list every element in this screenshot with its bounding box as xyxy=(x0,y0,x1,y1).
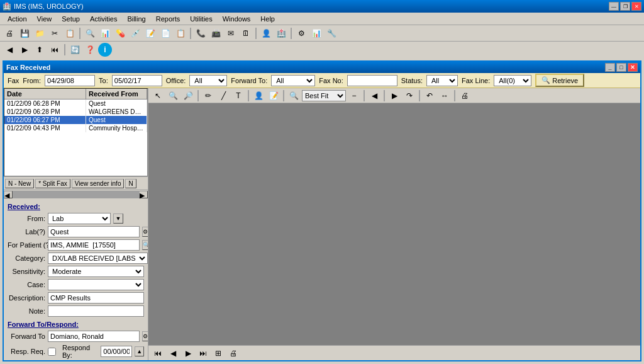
tb-btn-8[interactable]: 💊 xyxy=(113,26,127,40)
viewer-zoom-in[interactable]: 🔍 xyxy=(166,89,180,103)
tb-btn-18[interactable]: 🏥 xyxy=(274,26,288,40)
fax-row[interactable]: 01/22/09 04:43 PM Community Hospital [ 1… xyxy=(4,124,147,132)
viewer-page-prev[interactable]: ◀ xyxy=(166,346,180,360)
lab-input[interactable] xyxy=(48,226,140,237)
tb-btn-20[interactable]: 📊 xyxy=(309,26,323,40)
view-sender-button[interactable]: View sender info xyxy=(72,179,125,188)
forward-to-input[interactable] xyxy=(48,331,140,342)
tb-home[interactable]: ⏮ xyxy=(48,43,62,57)
close-button[interactable]: ✕ xyxy=(631,2,641,11)
fax-row[interactable]: 01/22/09 06:28 PM WALGREENS DRUG S1 0902… xyxy=(4,108,147,116)
menu-activities[interactable]: Activities xyxy=(85,14,122,24)
respond-by-input[interactable] xyxy=(101,346,132,357)
tb-btn-1[interactable]: 🖨 xyxy=(3,26,16,40)
tb-btn-17[interactable]: 👤 xyxy=(259,26,273,40)
zoom-select[interactable]: Best Fit 100% 75% 50% xyxy=(302,90,346,101)
viewer-page-first[interactable]: ⏮ xyxy=(151,346,165,360)
fax-row-selected[interactable]: 01/22/09 06:27 PM Quest xyxy=(4,116,147,124)
tb-btn-13[interactable]: 📞 xyxy=(194,26,208,40)
fax-restore-btn[interactable]: □ xyxy=(616,63,626,72)
viewer-page-last[interactable]: ⏭ xyxy=(196,346,210,360)
viewer-print2[interactable]: 🖨 xyxy=(226,346,240,360)
note-input[interactable] xyxy=(48,305,144,317)
minimize-button[interactable]: — xyxy=(609,2,619,11)
from-select[interactable]: Lab xyxy=(48,213,111,224)
menu-windows[interactable]: Windows xyxy=(218,14,256,24)
menu-setup[interactable]: Setup xyxy=(57,14,85,24)
viewer-grid[interactable]: ⊞ xyxy=(211,346,225,360)
viewer-zoom-out[interactable]: 🔎 xyxy=(181,89,195,103)
tb-help[interactable]: ❓ xyxy=(83,43,97,57)
tb-btn-3[interactable]: 📁 xyxy=(33,26,47,40)
tb-btn-11[interactable]: 📄 xyxy=(158,26,172,40)
viewer-print[interactable]: 🖨 xyxy=(458,89,472,103)
retrieve-button[interactable]: 🔍 Retrieve xyxy=(535,74,584,87)
from-btn[interactable]: ▼ xyxy=(113,213,123,224)
tb-btn-12[interactable]: 📋 xyxy=(174,26,187,40)
tb-btn-9[interactable]: 💉 xyxy=(128,26,142,40)
viewer-line[interactable]: ╱ xyxy=(216,89,230,103)
tb-up[interactable]: ⬆ xyxy=(33,43,47,57)
tb-back[interactable]: ◀ xyxy=(3,43,16,57)
patient-input[interactable] xyxy=(48,239,140,251)
n-button[interactable]: N xyxy=(125,179,136,188)
forward-to-btn[interactable]: ⚙ xyxy=(142,331,148,341)
resp-req-checkbox[interactable] xyxy=(48,348,56,356)
fax-row[interactable]: 01/22/09 06:28 PM Quest xyxy=(4,100,147,108)
menu-utilities[interactable]: Utilities xyxy=(185,14,217,24)
tb-btn-15[interactable]: ✉ xyxy=(224,26,238,40)
tb-btn-4[interactable]: ✂ xyxy=(48,26,62,40)
from-date-input[interactable] xyxy=(45,75,95,86)
viewer-zoom-glass[interactable]: 🔍 xyxy=(287,89,301,103)
split-fax-button[interactable]: * Split Fax xyxy=(35,179,70,188)
viewer-next[interactable]: ▶ xyxy=(387,89,401,103)
viewer-page-next[interactable]: ▶ xyxy=(181,346,195,360)
viewer-pointer[interactable]: ↖ xyxy=(151,89,165,103)
tb-forward[interactable]: ▶ xyxy=(18,43,31,57)
menu-help[interactable]: Help xyxy=(255,14,280,24)
lab-btn[interactable]: ⚙ xyxy=(142,227,148,237)
horizontal-scroll[interactable]: ◀ ▶ xyxy=(4,190,148,199)
sensitivity-select[interactable]: Moderate xyxy=(48,266,144,277)
fax-minimize-btn[interactable]: _ xyxy=(605,63,615,72)
tb-btn-16[interactable]: 🗓 xyxy=(239,26,253,40)
tb-btn-5[interactable]: 📋 xyxy=(63,26,77,40)
viewer-pencil[interactable]: ✏ xyxy=(201,89,215,103)
category-select[interactable]: DX/LAB RECEIVED [LABS xyxy=(48,253,148,264)
fax-no-input[interactable] xyxy=(347,75,397,86)
tb-btn-21[interactable]: 🔧 xyxy=(325,26,338,40)
forward-to-select[interactable]: All xyxy=(271,75,315,86)
description-input[interactable] xyxy=(48,292,144,304)
tb-info[interactable]: i xyxy=(98,43,112,57)
fax-close-btn[interactable]: ✕ xyxy=(628,63,638,72)
scroll-track[interactable] xyxy=(13,191,139,198)
patient-search-btn[interactable]: 🔍 xyxy=(142,240,148,250)
viewer-person[interactable]: 👤 xyxy=(252,89,265,103)
viewer-note[interactable]: 📝 xyxy=(267,89,280,103)
fax-list[interactable]: Date Received From 01/22/09 06:28 PM Que… xyxy=(4,88,148,176)
tb-btn-2[interactable]: 💾 xyxy=(18,26,31,40)
to-date-input[interactable] xyxy=(112,75,162,86)
fax-line-select[interactable]: All(0) xyxy=(494,75,531,86)
viewer-rotate-ccw[interactable]: ↶ xyxy=(423,89,436,103)
menu-reports[interactable]: Reports xyxy=(151,14,186,24)
case-select[interactable] xyxy=(48,279,144,290)
tb-btn-10[interactable]: 📝 xyxy=(143,26,157,40)
viewer-rotate-cw[interactable]: ↷ xyxy=(402,89,416,103)
respond-by-spin[interactable]: ▲ xyxy=(135,346,144,356)
office-select[interactable]: All xyxy=(189,75,227,86)
tb-refresh[interactable]: 🔄 xyxy=(68,43,82,57)
tb-btn-19[interactable]: ⚙ xyxy=(294,26,308,40)
tb-btn-6[interactable]: 🔍 xyxy=(83,26,97,40)
tb-btn-7[interactable]: 📊 xyxy=(98,26,112,40)
new-button[interactable]: N - New xyxy=(5,179,34,188)
menu-view[interactable]: View xyxy=(32,14,57,24)
menu-action[interactable]: Action xyxy=(3,14,32,24)
tb-btn-14[interactable]: 📠 xyxy=(209,26,223,40)
scroll-left[interactable]: ◀ xyxy=(4,191,13,198)
viewer-text[interactable]: T xyxy=(231,89,245,103)
viewer-prev-page[interactable]: ◀ xyxy=(367,89,381,103)
viewer-flip[interactable]: ↔ xyxy=(438,89,452,103)
scroll-right[interactable]: ▶ xyxy=(139,191,148,198)
status-select[interactable]: All xyxy=(426,75,458,86)
